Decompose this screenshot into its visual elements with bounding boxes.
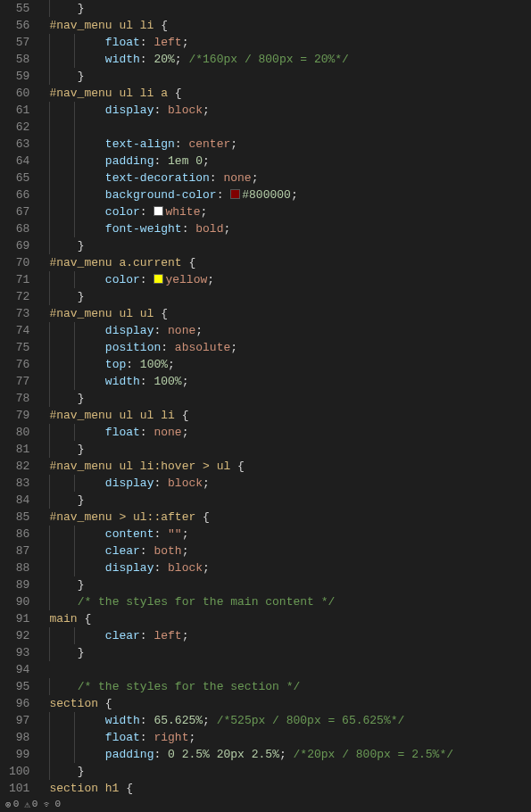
code-area[interactable]: }#nav_menu ul li { float: left; width: 2… [46,0,531,796]
code-line[interactable]: content: ""; [49,526,531,543]
code-line[interactable]: /* the styles for the main content */ [49,593,531,610]
token: left [153,36,181,49]
token: #nav_menu ul li a [49,87,174,100]
token: ; [175,53,189,66]
code-line[interactable]: display: block; [49,475,531,492]
token: 0 [195,154,203,168]
code-editor[interactable]: 5556575859606162636465666768697071727374… [0,0,531,796]
code-line[interactable]: #nav_menu > ul::after { [49,509,531,526]
line-number: 81 [9,441,29,458]
code-line[interactable]: } [49,68,531,85]
token: ; [168,358,175,371]
token: absolute [175,341,230,354]
code-line[interactable]: display: block; [49,102,531,119]
status-errors[interactable]: ⊗ 0 [5,799,19,810]
line-number: 64 [9,153,29,170]
token: : [175,137,189,151]
code-line[interactable] [49,661,531,678]
token: : [140,426,154,439]
code-line[interactable]: float: none; [49,424,531,441]
code-line[interactable]: } [49,644,531,661]
status-radio[interactable]: ᯤ 0 [43,799,61,810]
token: ; [182,527,189,541]
code-line[interactable]: } [49,492,531,509]
token: : [140,714,154,727]
token: ; [182,629,189,642]
token: display [105,104,154,117]
code-line[interactable]: float: right; [49,729,531,746]
code-line[interactable]: } [49,576,531,593]
code-line[interactable]: } [49,237,531,254]
token: { [126,782,133,795]
token: position [105,341,161,354]
code-line[interactable]: width: 65.625%; /*525px / 800px = 65.625… [49,712,531,729]
code-line[interactable]: padding: 1em 0; [49,153,531,170]
line-number: 99 [9,746,29,763]
code-line[interactable]: text-decoration: none; [49,170,531,186]
code-line[interactable]: clear: left; [49,627,531,644]
color-swatch-icon[interactable] [230,189,240,199]
token: { [161,307,168,320]
code-line[interactable]: clear: both; [49,543,531,559]
token: : [126,358,140,371]
token [175,748,182,761]
token: { [188,256,195,269]
code-line[interactable]: padding: 0 2.5% 20px 2.5%; /*20px / 800p… [49,746,531,763]
code-line[interactable]: } [49,390,531,407]
line-number: 69 [9,237,29,254]
code-line[interactable]: section { [49,695,531,712]
warning-icon: ⚠ [24,799,30,810]
radio-icon: ᯤ [43,799,53,810]
token: : [153,324,168,337]
code-line[interactable]: color: white; [49,203,531,220]
code-line[interactable]: section h1 { [49,780,531,796]
code-line[interactable]: width: 100%; [49,373,531,390]
code-line[interactable]: main { [49,610,531,627]
code-line[interactable]: #nav_menu ul ul li { [49,407,531,424]
color-swatch-icon[interactable] [153,206,163,216]
code-line[interactable]: } [49,288,531,305]
code-line[interactable]: text-align: center; [49,136,531,153]
code-line[interactable]: #nav_menu ul ul { [49,305,531,322]
code-line[interactable]: font-weight: bold; [49,220,531,237]
token: display [105,561,154,575]
code-line[interactable]: #nav_menu ul li:hover > ul { [49,458,531,475]
code-line[interactable]: color: yellow; [49,271,531,288]
token: : [140,36,154,49]
status-bar[interactable]: ⊗ 0 ⚠ 0 ᯤ 0 [0,796,531,812]
token: ; [203,714,217,727]
code-line[interactable]: top: 100%; [49,356,531,373]
code-line[interactable]: /* the styles for the section */ [49,678,531,695]
code-line[interactable]: #nav_menu ul li a { [49,85,531,102]
code-line[interactable]: position: absolute; [49,339,531,356]
code-line[interactable]: width: 20%; /*160px / 800px = 20%*/ [49,51,531,68]
token: : [140,205,154,219]
status-warnings[interactable]: ⚠ 0 [24,799,37,810]
code-line[interactable]: display: none; [49,322,531,339]
token: : [140,544,154,558]
token: { [175,87,182,100]
code-line[interactable]: #nav_menu a.current { [49,254,531,271]
line-number: 62 [9,119,29,136]
code-line[interactable] [49,119,531,136]
code-line[interactable]: } [49,0,531,17]
token: block [168,561,203,575]
token: /* the styles for the section */ [78,680,301,693]
token: ; [279,748,294,761]
color-swatch-icon[interactable] [153,274,163,284]
code-line[interactable]: display: block; [49,559,531,576]
token: main [49,612,84,626]
token: white [165,205,200,219]
token: : [140,375,154,388]
line-number: 92 [9,627,29,644]
token: clear [105,629,140,642]
token: ; [223,222,230,236]
token: 100% [140,358,168,371]
code-line[interactable]: } [49,441,531,458]
code-line[interactable]: float: left; [49,34,531,51]
code-line[interactable]: } [49,763,531,780]
code-line[interactable]: #nav_menu ul li { [49,17,531,34]
token [245,748,252,761]
code-line[interactable]: background-color: #800000; [49,186,531,203]
line-number: 73 [9,305,29,322]
